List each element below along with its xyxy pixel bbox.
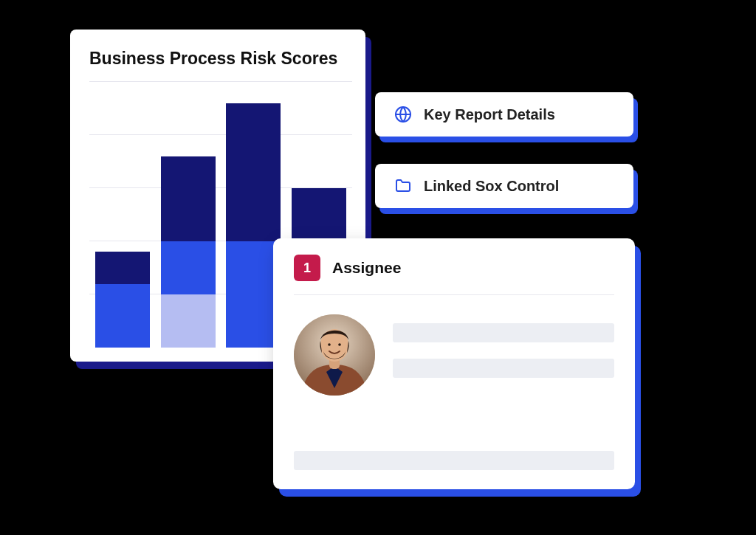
assignee-line-2	[393, 359, 614, 378]
chart-bar-segment	[226, 103, 281, 241]
assignee-title: Assignee	[332, 259, 401, 277]
folder-icon	[394, 177, 412, 195]
chart-bar[interactable]	[161, 156, 216, 348]
chart-bar-segment	[161, 156, 216, 241]
key-report-details-card[interactable]: Key Report Details	[375, 92, 633, 137]
svg-point-6	[338, 343, 341, 346]
assignee-line-1	[393, 323, 614, 342]
key-report-label: Key Report Details	[424, 106, 555, 123]
chart-bar-segment	[161, 241, 216, 294]
chart-bar[interactable]	[95, 252, 150, 348]
assignee-body	[294, 295, 614, 448]
assignee-count-badge: 1	[294, 255, 320, 281]
assignee-avatar[interactable]	[294, 314, 375, 396]
chart-bar-segment	[95, 252, 150, 283]
assignee-card: 1 Assignee	[273, 238, 635, 489]
assignee-header: 1 Assignee	[294, 255, 614, 295]
chart-bar-segment	[95, 284, 150, 348]
chart-title: Business Process Risk Scores	[89, 49, 352, 69]
linked-sox-control-card[interactable]: Linked Sox Control	[375, 164, 633, 208]
globe-icon	[394, 106, 412, 123]
assignee-line-3	[294, 451, 614, 470]
assignee-detail-lines	[393, 314, 614, 448]
chart-bar-segment	[161, 294, 216, 348]
svg-point-5	[328, 343, 331, 346]
linked-sox-label: Linked Sox Control	[424, 178, 559, 195]
